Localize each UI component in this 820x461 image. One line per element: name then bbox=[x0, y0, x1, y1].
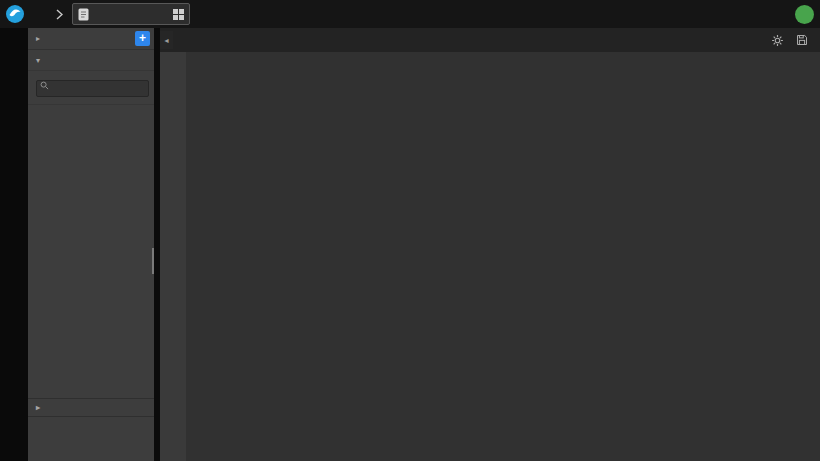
user-avatar[interactable] bbox=[795, 5, 814, 24]
panel-bottom-space bbox=[28, 417, 154, 461]
add-page-button[interactable]: + bbox=[135, 31, 150, 46]
code-lines bbox=[160, 52, 820, 55]
pages-panel: ▸ + ▾ ▸ bbox=[28, 28, 154, 461]
pages-section-header[interactable]: ▸ + bbox=[28, 28, 154, 50]
caret-down-icon: ▾ bbox=[36, 56, 46, 65]
editor-gutter bbox=[160, 52, 186, 461]
save-icon[interactable] bbox=[796, 34, 808, 46]
caret-right-icon: ▸ bbox=[36, 34, 46, 43]
page-tab-main[interactable] bbox=[72, 3, 190, 25]
wavemaker-logo-icon[interactable] bbox=[4, 3, 26, 25]
left-icon-rail bbox=[0, 28, 28, 461]
chevron-right-icon[interactable] bbox=[56, 9, 63, 20]
panel-scrollbar[interactable] bbox=[152, 248, 154, 274]
editor-tabbar: ◄ bbox=[160, 28, 820, 52]
variables-section-header[interactable]: ▸ bbox=[28, 398, 154, 417]
page-structure-header[interactable]: ▾ bbox=[28, 50, 154, 71]
file-icon bbox=[78, 8, 89, 21]
search-icon bbox=[40, 81, 49, 90]
structure-search bbox=[28, 71, 154, 105]
page-editor: ◄ bbox=[160, 28, 820, 461]
caret-right-icon: ▸ bbox=[36, 403, 46, 412]
wavemaker-studio: ▸ + ▾ ▸ bbox=[0, 0, 820, 461]
topbar bbox=[0, 0, 820, 28]
gear-icon[interactable] bbox=[771, 34, 784, 47]
markup-code-editor[interactable] bbox=[160, 52, 820, 461]
collapse-panel-button[interactable]: ◄ bbox=[160, 31, 173, 49]
grid-icon[interactable] bbox=[173, 9, 184, 20]
search-input[interactable] bbox=[36, 80, 149, 97]
